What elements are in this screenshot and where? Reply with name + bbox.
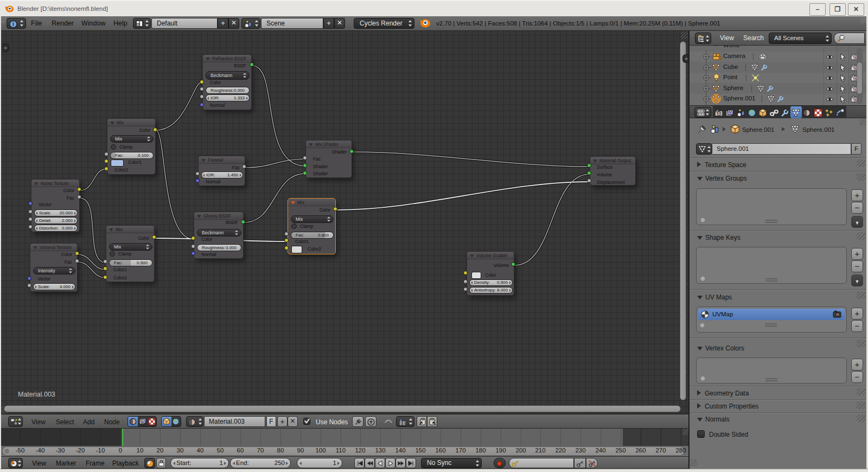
svg-text:i: i xyxy=(12,21,14,27)
